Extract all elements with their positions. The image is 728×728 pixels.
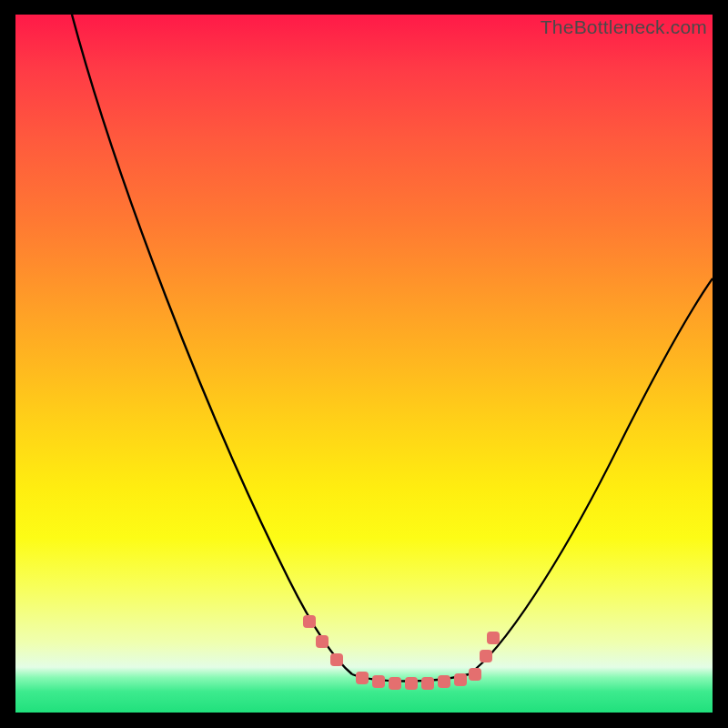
marker — [454, 673, 467, 686]
marker — [480, 650, 492, 662]
marker — [405, 677, 418, 690]
curve-right — [469, 278, 713, 674]
marker — [469, 668, 481, 681]
watermark-label: TheBottleneck.com — [541, 16, 707, 38]
marker — [421, 677, 434, 690]
marker — [330, 653, 343, 666]
marker — [356, 672, 369, 684]
marker — [487, 632, 500, 644]
marker — [303, 615, 316, 628]
curve-left — [72, 15, 352, 674]
marker — [389, 677, 401, 690]
chart-svg — [15, 15, 713, 713]
marker — [316, 635, 329, 648]
marker — [438, 675, 450, 688]
marker — [372, 675, 385, 688]
chart-frame: TheBottleneck.com — [15, 15, 713, 713]
